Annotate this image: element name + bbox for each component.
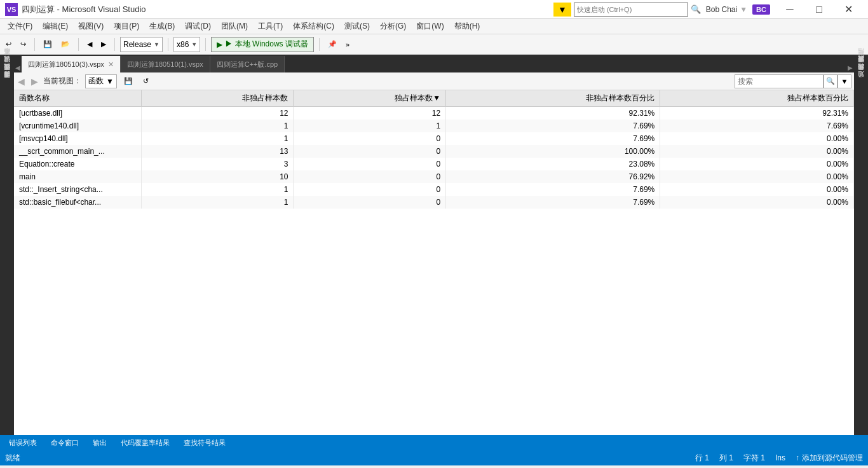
search-dropdown-button[interactable]: ▼ xyxy=(837,74,851,88)
menu-item-测试s[interactable]: 测试(S) xyxy=(339,20,375,33)
title-bar: VS 四则运算 - Microsoft Visual Studio ▼ 🔍 Bo… xyxy=(0,0,868,19)
sidebar-item-team-explorer[interactable]: 团队资源管理器 xyxy=(1,71,13,79)
cell-nonExclusivePct: 7.69% xyxy=(446,183,660,196)
search-icon: 🔍 xyxy=(691,4,701,14)
cell-exclusivePct: 0.00% xyxy=(660,196,854,209)
add-to-source-control-button[interactable]: ↑ 添加到源代码管理 xyxy=(796,453,863,464)
table-body: [ucrtbase.dll]121292.31%92.31%[vcruntime… xyxy=(14,107,854,209)
menu-item-工具t[interactable]: 工具(T) xyxy=(253,20,288,33)
nav-forward-button[interactable]: ▶ xyxy=(30,76,39,86)
platform-dropdown[interactable]: x86 ▼ xyxy=(173,37,200,52)
cell-exclusivePct: 0.00% xyxy=(660,183,854,196)
status-bar: 就绪 行 1 列 1 字符 1 Ins ↑ 添加到源代码管理 xyxy=(0,450,868,465)
menu-item-帮助h[interactable]: 帮助(H) xyxy=(449,20,485,33)
bottom-tab-命令窗口[interactable]: 命令窗口 xyxy=(44,437,85,449)
cell-nonExclusive: 10 xyxy=(141,170,294,183)
tab-scroll-left[interactable]: ◀ xyxy=(14,63,22,72)
sidebar-item-properties[interactable]: 属性 xyxy=(855,56,867,64)
cell-exclusive: 0 xyxy=(294,132,446,145)
tab-close-vspx-3[interactable]: ✕ xyxy=(108,60,114,69)
sidebar-item-server-explorer[interactable]: 服务器资源管理器 xyxy=(1,79,13,86)
sidebar-item-call-hierarchy[interactable]: 调用层次结构 xyxy=(855,71,867,79)
quick-launch-area: ▼ 🔍 xyxy=(553,3,701,17)
table-row: [ucrtbase.dll]121292.31%92.31% xyxy=(14,107,854,120)
bottom-tab-查找符号结果[interactable]: 查找符号结果 xyxy=(177,437,232,449)
forward-nav-button[interactable]: ▶ xyxy=(98,37,109,52)
bottom-tab-错误列表[interactable]: 错误列表 xyxy=(3,437,43,449)
tab-vspx-3[interactable]: 四则运算180510(3).vspx ✕ xyxy=(22,56,121,72)
user-initials: BC xyxy=(752,4,770,15)
view-dropdown-arrow: ▼ xyxy=(106,77,114,86)
status-row: 行 1 xyxy=(695,453,709,464)
view-dropdown[interactable]: 函数 ▼ xyxy=(85,74,117,88)
menu-item-团队m[interactable]: 团队(M) xyxy=(216,20,253,33)
search-button[interactable]: 🔍 xyxy=(824,74,837,88)
more-button[interactable]: » xyxy=(342,37,353,52)
undo-button[interactable]: ↩ xyxy=(3,37,15,52)
bottom-tab-输出[interactable]: 输出 xyxy=(86,437,113,449)
col-header-non-exclusive-pct[interactable]: 非独占样本数百分比 xyxy=(446,90,660,107)
cell-nonExclusivePct: 76.92% xyxy=(446,170,660,183)
bottom-tab-代码覆盖率结果[interactable]: 代码覆盖率结果 xyxy=(114,437,176,449)
cell-name: std::_Insert_string<cha... xyxy=(14,183,141,196)
col-header-exclusive-pct[interactable]: 独占样本数百分比 xyxy=(660,90,854,107)
minimize-button[interactable]: ─ xyxy=(775,0,804,19)
cell-exclusivePct: 0.00% xyxy=(660,145,854,158)
sidebar-item-debug-window[interactable]: 调试窗口 xyxy=(1,64,13,71)
tab-cpp[interactable]: 四则运算C++版.cpp xyxy=(210,56,285,72)
maximize-button[interactable]: □ xyxy=(804,0,834,19)
menu-bar: 文件(F)编辑(E)视图(V)项目(P)生成(B)调试(D)团队(M)工具(T)… xyxy=(0,19,868,34)
filter-icon: ▼ xyxy=(553,3,571,17)
profiler-toolbar: ◀ ▶ 当前视图： 函数 ▼ 💾 ↺ 🔍 ▼ xyxy=(14,72,854,90)
col-header-exclusive[interactable]: 独占样本数▼ xyxy=(294,90,446,107)
sidebar-item-solution-explorer[interactable]: 解决方案资源管理器 xyxy=(855,64,867,71)
table-header-row: 函数名称 非独占样本数 独占样本数▼ 非独占样本数百分比 独占样本数百分比 xyxy=(14,90,854,107)
menu-item-体系结构c[interactable]: 体系结构(C) xyxy=(288,20,339,33)
tab-label-vspx-3: 四则运算180510(3).vspx xyxy=(28,60,104,69)
profiler-table: 函数名称 非独占样本数 独占样本数▼ 非独占样本数百分比 独占样本数百分比 [u… xyxy=(14,90,854,209)
right-sidebar: 属性 解决方案资源管理器 调用层次结构 通知 xyxy=(854,55,868,435)
menu-item-调试d[interactable]: 调试(D) xyxy=(180,20,216,33)
search-input[interactable] xyxy=(735,74,824,88)
menu-item-编辑e[interactable]: 编辑(E) xyxy=(37,20,73,33)
quick-launch-input[interactable] xyxy=(574,3,688,17)
menu-item-分析g[interactable]: 分析(G) xyxy=(375,20,411,33)
status-col: 列 1 xyxy=(719,453,733,464)
separator-6 xyxy=(319,38,320,51)
view-value: 函数 xyxy=(88,76,104,86)
open-button[interactable]: 📂 xyxy=(58,37,73,52)
col-header-function[interactable]: 函数名称 xyxy=(14,90,141,107)
save-all-button[interactable]: 💾 xyxy=(40,37,55,52)
back-nav-button[interactable]: ◀ xyxy=(84,37,95,52)
sidebar-item-diagnostic-tools[interactable]: 诊断工具 xyxy=(1,56,13,64)
close-button[interactable]: ✕ xyxy=(834,0,863,19)
table-row: main10076.92%0.00% xyxy=(14,170,854,183)
cell-nonExclusivePct: 7.69% xyxy=(446,132,660,145)
refresh-button[interactable]: ↺ xyxy=(140,74,152,88)
cell-nonExclusive: 3 xyxy=(141,158,294,170)
table-row: [vcruntime140.dll]117.69%7.69% xyxy=(14,120,854,132)
sidebar-item-notifications[interactable]: 通知 xyxy=(855,79,867,86)
tab-vspx-1[interactable]: 四则运算180510(1).vspx xyxy=(121,56,210,72)
separator-2 xyxy=(78,38,79,51)
cell-exclusive: 0 xyxy=(294,196,446,209)
cell-nonExclusive: 1 xyxy=(141,196,294,209)
table-container: 函数名称 非独占样本数 独占样本数▼ 非独占样本数百分比 独占样本数百分比 [u… xyxy=(14,90,854,435)
menu-item-视图v[interactable]: 视图(V) xyxy=(73,20,109,33)
content-area: ◀ 四则运算180510(3).vspx ✕ 四则运算180510(1).vsp… xyxy=(14,55,854,435)
redo-button[interactable]: ↪ xyxy=(17,37,29,52)
config-dropdown[interactable]: Release ▼ xyxy=(120,37,163,52)
cell-exclusivePct: 0.00% xyxy=(660,132,854,145)
save-report-button[interactable]: 💾 xyxy=(121,74,136,88)
cell-name: [ucrtbase.dll] xyxy=(14,107,141,120)
menu-item-窗口w[interactable]: 窗口(W) xyxy=(411,20,449,33)
run-debugger-button[interactable]: ▶ ▶ 本地 Windows 调试器 xyxy=(211,37,314,52)
cell-nonExclusivePct: 23.08% xyxy=(446,158,660,170)
nav-back-button[interactable]: ◀ xyxy=(17,76,26,86)
tab-scroll-right[interactable]: ▶ xyxy=(846,63,854,72)
pin-button[interactable]: 📌 xyxy=(325,37,340,52)
menu-item-项目p[interactable]: 项目(P) xyxy=(109,20,144,33)
col-header-non-exclusive[interactable]: 非独占样本数 xyxy=(141,90,294,107)
menu-item-生成b[interactable]: 生成(B) xyxy=(144,20,180,33)
menu-item-文件f[interactable]: 文件(F) xyxy=(3,20,37,33)
